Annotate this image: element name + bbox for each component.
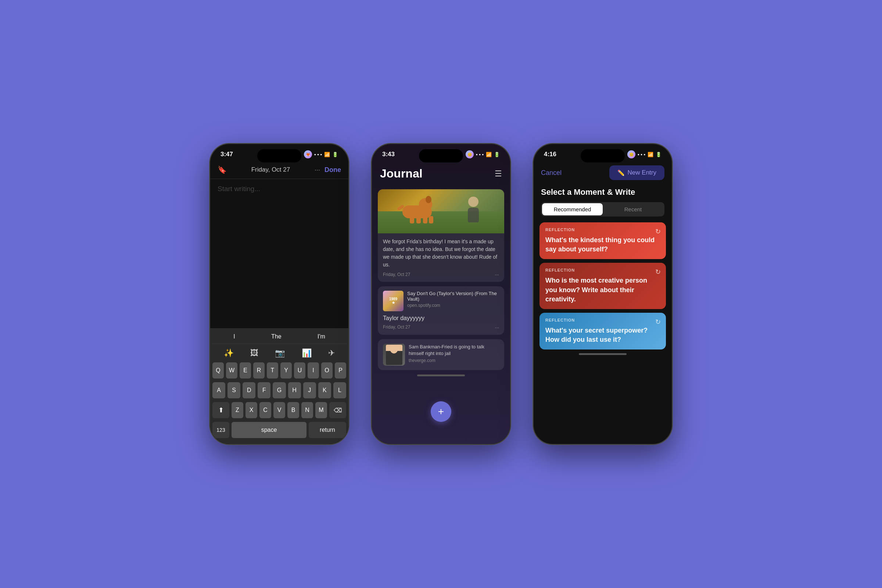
space-key[interactable]: space [231,422,306,438]
avatar-1: 🦊 [304,150,312,158]
cancel-button[interactable]: Cancel [541,169,561,177]
signal-icon-2: ▪ ▪ ▪ [476,152,484,157]
camera-icon[interactable]: 📷 [275,348,285,358]
key-row-bottom: 123 space return [212,422,346,438]
album-art: 1989★ [383,291,404,311]
refresh-icon-2[interactable]: ↻ [655,268,661,276]
suggestion-im[interactable]: I'm [318,333,325,340]
key-j[interactable]: j [303,382,316,398]
news-headline: Sam Bankman-Fried is going to talk himse… [409,344,499,357]
photo-icon[interactable]: 🖼 [250,348,258,358]
status-time-2: 3:43 [382,151,395,158]
magic-icon[interactable]: ✨ [224,348,234,358]
numbers-key[interactable]: 123 [212,422,230,438]
writing-left-actions: 🔖 [218,165,227,174]
key-n[interactable]: n [302,402,313,418]
suggestion-the[interactable]: The [271,333,282,340]
delete-key[interactable]: ⌫ [329,402,346,418]
shift-key[interactable]: ⬆ [212,402,230,418]
return-key[interactable]: return [309,422,346,438]
reflection-card-3[interactable]: REFLECTION ↻ What's your secret superpow… [540,313,666,350]
key-m[interactable]: m [315,402,327,418]
key-o[interactable]: o [321,362,333,378]
key-p[interactable]: p [335,362,346,378]
reflection-card-1[interactable]: REFLECTION ↻ What's the kindest thing yo… [540,222,666,259]
refresh-icon-3[interactable]: ↻ [655,318,661,326]
suggestion-i[interactable]: I [233,333,235,340]
key-u[interactable]: u [294,362,305,378]
reflection-label-3: REFLECTION [545,318,660,322]
journal-entry-photo[interactable]: We forgot Frida's birthday! I mean it's … [378,189,504,282]
key-c[interactable]: c [260,402,271,418]
journal-entry-news[interactable]: Sam Bankman-Fried is going to talk himse… [378,339,504,370]
person-head [468,196,478,207]
key-a[interactable]: a [212,382,225,398]
key-e[interactable]: e [240,362,251,378]
avatar-3: 😊 [627,150,635,158]
entry-text-area-1: We forgot Frida's birthday! I mean it's … [378,233,504,282]
key-x[interactable]: x [246,402,257,418]
journal-entry-music[interactable]: 1989★ Say Don't Go (Taylor's Version) (F… [378,286,504,335]
music-date-row: Friday, Oct 27 ··· [383,324,499,330]
journal-header: Journal ☰ [372,162,510,189]
reflection-question-2: Who is the most creative person you know… [545,276,660,304]
person-body [468,208,479,222]
writing-header: 🔖 Friday, Oct 27 ··· Done [210,162,348,179]
done-button[interactable]: Done [324,166,341,174]
avatar-2: 😊 [466,150,474,158]
dog-photo [378,189,504,233]
new-entry-button[interactable]: ✏️ New Entry [609,165,664,180]
status-icons-1: 🦊 ▪ ▪ ▪ 📶 🔋 [304,150,338,158]
key-y[interactable]: y [280,362,292,378]
writing-placeholder: Start writing... [218,185,260,193]
news-image [383,344,405,366]
key-g[interactable]: g [273,382,285,398]
key-r[interactable]: r [253,362,265,378]
tab-recommended[interactable]: Recommended [542,203,603,215]
tab-recent[interactable]: Recent [603,203,663,215]
journal-menu-icon[interactable]: ☰ [495,169,502,178]
key-q[interactable]: q [212,362,224,378]
dynamic-island [257,149,302,162]
writing-right-actions: ··· Done [315,166,341,174]
refresh-icon-1[interactable]: ↻ [655,228,661,236]
fab-button[interactable]: + [431,401,451,422]
waveform-icon[interactable]: 📊 [302,348,312,358]
entry-more-1[interactable]: ··· [495,272,499,278]
music-source: open.spotify.com [407,303,499,308]
moment-tabs: Recommended Recent [541,202,664,216]
status-icons-3: 😊 ▪ ▪ ▪ 📶 🔋 [627,150,662,158]
key-w[interactable]: w [226,362,237,378]
key-h[interactable]: h [288,382,301,398]
key-k[interactable]: k [318,382,331,398]
key-z[interactable]: z [231,402,243,418]
reflection-label-1: REFLECTION [545,228,660,232]
reflection-card-2[interactable]: REFLECTION ↻ Who is the most creative pe… [540,263,666,309]
key-v[interactable]: v [273,402,285,418]
news-person-head [390,346,398,354]
new-entry-label: New Entry [628,169,656,176]
music-more[interactable]: ··· [495,324,499,330]
fab-icon: + [438,406,444,417]
key-l[interactable]: l [333,382,346,398]
key-row-1: q w e r t y u i o p [212,362,346,378]
key-f[interactable]: f [258,382,270,398]
phone-journal: 3:43 😊 ▪ ▪ ▪ 📶 🔋 Journal ☰ [371,143,511,445]
keyboard-suggestions: I The I'm [212,331,347,344]
wifi-icon: 📶 [324,152,330,157]
writing-screen: 🔖 Friday, Oct 27 ··· Done Start writing.… [210,162,348,444]
key-d[interactable]: d [243,382,255,398]
news-person-img [386,345,402,365]
writing-area[interactable]: Start writing... [210,179,348,328]
key-row-3: ⬆ z x c v b n m ⌫ [212,402,346,418]
entry-text-1: We forgot Frida's birthday! I mean it's … [383,238,499,268]
send-icon[interactable]: ✈ [328,348,335,358]
entry-date-row-1: Friday, Oct 27 ··· [383,272,499,278]
bookmark-icon[interactable]: 🔖 [218,165,227,174]
edit-icon: ✏️ [617,170,625,176]
key-b[interactable]: b [287,402,299,418]
more-icon[interactable]: ··· [315,166,320,174]
key-i[interactable]: i [308,362,319,378]
key-t[interactable]: t [267,362,278,378]
key-s[interactable]: s [228,382,240,398]
